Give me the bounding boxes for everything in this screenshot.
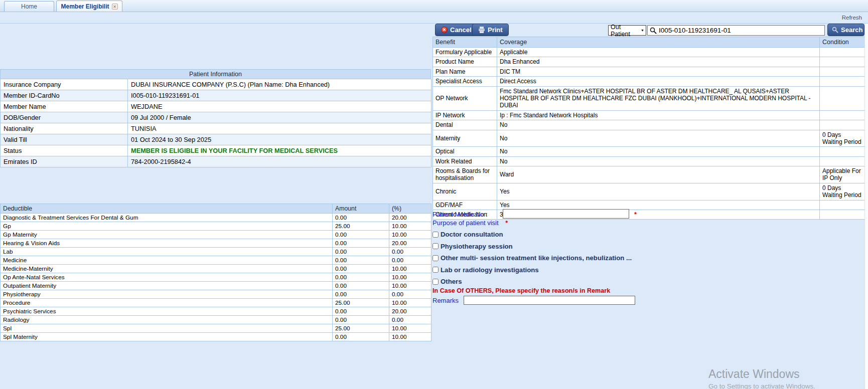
deductible-row-amount: 0.00	[333, 256, 389, 265]
deductible-row-amount: 0.00	[333, 333, 389, 341]
patient-info-row-value: TUNISIA	[128, 123, 431, 134]
purpose-checkbox[interactable]	[432, 255, 439, 261]
deductible-row-pct: 20.00	[389, 239, 431, 248]
purpose-option-label: Physiotherapy session	[441, 243, 513, 250]
deductible-row-pct: 10.00	[389, 273, 431, 282]
cancel-button-label: Cancel	[450, 26, 472, 34]
deductible-row: Hearing & Vision Aids0.0020.00	[1, 239, 431, 248]
deductible-row-pct: 20.00	[389, 214, 431, 222]
purpose-option: Physiotherapy session	[432, 241, 668, 253]
watermark-line1: Activate Windows	[708, 367, 815, 381]
tab-member-eligibility[interactable]: Member Eligibilit ✕	[56, 1, 122, 12]
purpose-checkbox[interactable]	[432, 232, 439, 238]
deductible-row-amount: 0.00	[333, 214, 389, 222]
patient-info-row-label: Member Name	[1, 101, 128, 112]
cancel-button[interactable]: ✕ Cancel	[435, 24, 478, 36]
chevron-down-icon: ▼	[641, 29, 644, 32]
mobile-required-marker: *	[634, 211, 637, 218]
purpose-checkbox[interactable]	[432, 243, 439, 249]
benefit-row-condition	[820, 110, 865, 120]
deductible-row-pct: 10.00	[389, 222, 431, 231]
deductible-row-name: Gp	[1, 222, 333, 231]
deductible-row-pct: 0.00	[389, 290, 431, 299]
benefit-row: Formulary ApplicableApplicable	[433, 48, 865, 57]
others-note: In Case Of OTHERS, Please specify the re…	[432, 287, 610, 294]
watermark-line2: Go to Settings to activate Windows.	[708, 382, 815, 389]
deductible-row: Medicine0.000.00	[1, 256, 431, 265]
deductible-row-name: Physiotherapy	[1, 290, 333, 299]
benefit-row-coverage: Ward	[497, 166, 820, 183]
deductible-header-1: Amount	[333, 204, 389, 214]
deductible-row: Gp Maternity0.0010.00	[1, 231, 431, 239]
search-icon	[650, 27, 657, 34]
search-button[interactable]: Search	[827, 24, 864, 36]
patient-info-row-value: I005-010-119231691-01	[128, 90, 431, 101]
deductible-row: Outpatient Maternity0.0010.00	[1, 282, 431, 290]
patient-mobile-input[interactable]	[503, 209, 629, 219]
search-button-label: Search	[841, 26, 862, 34]
benefit-row-benefit: Formulary Applicable	[433, 48, 497, 57]
deductible-row-name: Procedure	[1, 299, 333, 307]
deductible-row: Op Ante-Natal Services0.0010.00	[1, 273, 431, 282]
benefit-row: Specialist AccessDirect Access	[433, 77, 865, 86]
deductible-row: Physiotherapy0.000.00	[1, 290, 431, 299]
deductible-row-amount: 25.00	[333, 324, 389, 333]
deductible-row-amount: 0.00	[333, 239, 389, 248]
purpose-option-label: Lab or radiology investigations	[441, 266, 539, 274]
patient-info-row-value: 01 Oct 2024 to 30 Sep 2025	[128, 134, 431, 145]
visit-type-selected: Out Patient	[611, 24, 641, 38]
deductible-row-name: Psychiatric Services	[1, 307, 333, 316]
deductible-row: Medicine-Maternity0.0010.00	[1, 265, 431, 273]
deductible-row: Lab0.000.00	[1, 248, 431, 256]
member-search-value: I005-010-119231691-01	[659, 27, 731, 34]
deductible-row-name: Medicine	[1, 256, 333, 265]
benefit-row-benefit: Rooms & Boards for hospitalisation	[433, 166, 497, 183]
deductible-row: Psychiatric Services0.0020.00	[1, 307, 431, 316]
benefit-row: Plan NameDIC TM	[433, 67, 865, 76]
benefit-row-condition	[820, 67, 865, 76]
purpose-option: Doctor consultation	[432, 229, 668, 241]
purpose-label: Purpose of patient visit	[432, 219, 499, 227]
patient-info-row-value: 784-2000-2195842-4	[128, 156, 431, 167]
tab-member-eligibility-label: Member Eligibilit	[61, 3, 109, 10]
patient-info-row: NationalityTUNISIA	[1, 123, 431, 134]
visit-type-select[interactable]: Out Patient ▼	[608, 25, 646, 36]
right-scroll-strip[interactable]	[864, 24, 868, 389]
deductible-row-amount: 0.00	[333, 316, 389, 324]
search-button-icon	[832, 27, 838, 33]
refresh-link[interactable]: Refresh	[842, 15, 862, 21]
patient-info-row-label: Insurance Company	[1, 79, 128, 90]
remarks-input[interactable]	[464, 296, 635, 305]
purpose-checkbox[interactable]	[432, 279, 439, 285]
patient-info-row-label: Status	[1, 145, 128, 156]
deductible-header-2: (%)	[389, 204, 431, 214]
print-button[interactable]: Print	[472, 24, 509, 36]
deductible-row-pct: 0.00	[389, 316, 431, 324]
benefit-row: MaternityNo0 Days Waiting Period	[433, 130, 865, 147]
deductible-row-pct: 0.00	[389, 256, 431, 265]
patient-info-row-value: 09 Jul 2000 / Female	[128, 112, 431, 123]
tab-close-icon[interactable]: ✕	[112, 4, 118, 10]
benefit-row: OpticalNo	[433, 147, 865, 156]
purpose-checkbox[interactable]	[432, 267, 439, 273]
benefit-row-coverage: Direct Access	[497, 77, 820, 86]
deductible-row-amount: 0.00	[333, 231, 389, 239]
benefit-row-condition: 0 Days Waiting Period	[820, 130, 865, 147]
member-search-input[interactable]: I005-010-119231691-01	[647, 25, 825, 36]
tab-strip: Home Member Eligibilit ✕	[0, 0, 868, 12]
cancel-x-icon: ✕	[441, 27, 448, 33]
tab-home[interactable]: Home	[4, 1, 54, 12]
patient-information-section: Patient Information Insurance CompanyDUB…	[0, 69, 431, 167]
deductible-row-amount: 0.00	[333, 290, 389, 299]
benefit-row-coverage: Yes	[497, 200, 820, 210]
benefit-row-condition	[820, 210, 865, 220]
benefit-row-condition	[820, 48, 865, 57]
deductible-row-pct: 10.00	[389, 265, 431, 273]
benefit-row-condition	[820, 57, 865, 67]
benefit-row-coverage: Applicable	[497, 48, 820, 57]
benefit-header-2: Condition	[820, 37, 865, 48]
deductible-row-name: Hearing & Vision Aids	[1, 239, 333, 248]
purpose-option-label: Other multi- session treatment like inje…	[441, 254, 632, 262]
deductible-row: Radiology0.000.00	[1, 316, 431, 324]
patient-info-row: StatusMEMBER IS ELIGIBLE IN YOUR FACILIT…	[1, 145, 431, 156]
